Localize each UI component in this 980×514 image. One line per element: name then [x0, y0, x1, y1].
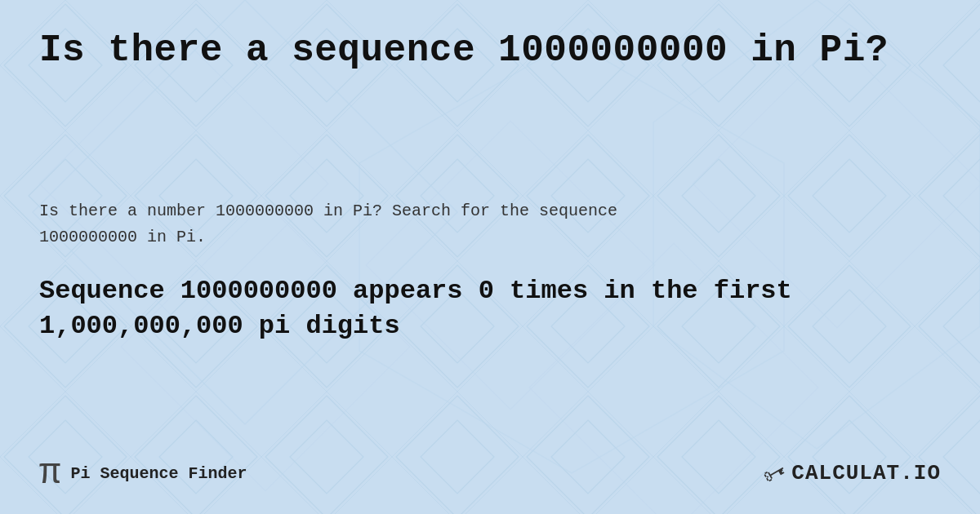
calculat-text: CALCULAT.IO: [791, 461, 941, 485]
page-content: Is there a sequence 1000000000 in Pi? Is…: [0, 0, 980, 514]
description-line2: 1000000000 in Pi.: [39, 228, 206, 246]
description-text: Is there a number 1000000000 in Pi? Sear…: [39, 198, 941, 250]
footer-left: π Pi Sequence Finder: [39, 455, 247, 491]
result-section: Sequence 1000000000 appears 0 times in t…: [39, 273, 941, 343]
footer-right: 🗝 CALCULAT.IO: [764, 459, 941, 487]
site-name: Pi Sequence Finder: [70, 464, 247, 483]
top-section: Is there a sequence 1000000000 in Pi?: [39, 29, 941, 95]
middle-section: Is there a number 1000000000 in Pi? Sear…: [39, 95, 941, 447]
result-text: Sequence 1000000000 appears 0 times in t…: [39, 273, 941, 343]
pi-symbol: π: [39, 455, 60, 491]
description-line1: Is there a number 1000000000 in Pi? Sear…: [39, 202, 617, 220]
footer: π Pi Sequence Finder 🗝 CALCULAT.IO: [39, 447, 941, 491]
page-title: Is there a sequence 1000000000 in Pi?: [39, 29, 941, 73]
key-icon: 🗝: [759, 455, 792, 490]
calculat-logo: 🗝 CALCULAT.IO: [764, 459, 941, 487]
